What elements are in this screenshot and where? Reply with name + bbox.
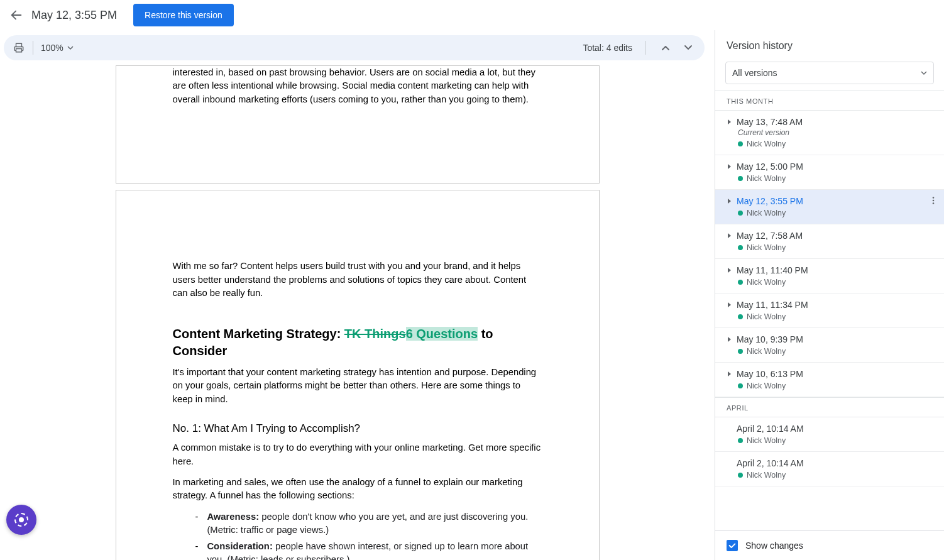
version-item[interactable]: April 2, 10:14 AMNick Wolny	[715, 452, 944, 486]
version-item[interactable]: May 13, 7:48 AMCurrent versionNick Wolny	[715, 111, 944, 155]
author-dot-icon	[738, 473, 743, 478]
current-version-label: Current version	[738, 128, 938, 137]
version-time: May 12, 5:00 PM	[737, 162, 803, 172]
document-area[interactable]: interested in, based on past browsing be…	[0, 65, 715, 560]
body-paragraph: interested in, based on past browsing be…	[173, 66, 542, 106]
filter-value: All versions	[732, 68, 777, 78]
version-time: April 2, 10:14 AM	[737, 424, 804, 434]
heading-no1: No. 1: What Am I Trying to Accomplish?	[173, 422, 542, 435]
total-edits-label: Total: 4 edits	[583, 43, 632, 53]
heading-strategy: Content Marketing Strategy: TK Things6 Q…	[173, 326, 542, 360]
expand-icon[interactable]	[727, 119, 733, 125]
show-changes-label: Show changes	[745, 541, 803, 551]
author-dot-icon	[738, 383, 743, 388]
expand-icon[interactable]	[727, 302, 733, 308]
version-author: Nick Wolny	[738, 436, 938, 445]
version-author: Nick Wolny	[738, 140, 938, 148]
sidebar-footer: Show changes	[715, 530, 944, 560]
version-time: May 10, 6:13 PM	[737, 369, 803, 379]
author-dot-icon	[738, 141, 743, 146]
version-section-label: APRIL	[715, 397, 944, 417]
version-time: May 11, 11:34 PM	[737, 300, 808, 310]
expand-icon[interactable]	[727, 198, 733, 204]
top-bar: May 12, 3:55 PM Restore this version	[0, 0, 944, 30]
author-dot-icon	[738, 349, 743, 354]
version-time: May 12, 7:58 AM	[737, 231, 803, 241]
show-changes-checkbox[interactable]	[727, 540, 738, 551]
back-arrow-icon[interactable]	[9, 8, 24, 23]
author-dot-icon	[738, 314, 743, 319]
author-dot-icon	[738, 280, 743, 285]
version-time: May 11, 11:40 PM	[737, 265, 808, 275]
version-time: April 2, 10:14 AM	[737, 458, 804, 468]
version-author: Nick Wolny	[738, 382, 938, 390]
loom-fab[interactable]	[6, 505, 36, 535]
version-author: Nick Wolny	[738, 471, 938, 480]
version-time: May 13, 7:48 AM	[737, 117, 803, 127]
version-item[interactable]: May 12, 5:00 PMNick Wolny	[715, 155, 944, 190]
svg-point-2	[933, 202, 935, 204]
version-author: Nick Wolny	[738, 347, 938, 356]
version-filter-dropdown[interactable]: All versions	[725, 62, 934, 84]
version-list[interactable]: THIS MONTHMay 13, 7:48 AMCurrent version…	[715, 91, 944, 530]
author-dot-icon	[738, 245, 743, 250]
version-time: May 10, 9:39 PM	[737, 334, 803, 344]
added-text: 6 Questions	[406, 327, 478, 341]
zoom-dropdown[interactable]: 100%	[41, 43, 74, 53]
funnel-bullet-list: -Awareness: people don't know who you ar…	[195, 510, 542, 560]
version-author: Nick Wolny	[738, 312, 938, 321]
version-item[interactable]: April 2, 10:14 AMNick Wolny	[715, 417, 944, 452]
version-author: Nick Wolny	[738, 209, 938, 217]
version-history-sidebar: Version history All versions THIS MONTHM…	[715, 30, 944, 560]
deleted-text: TK Things	[344, 327, 406, 341]
document-toolbar: 100% Total: 4 edits	[4, 35, 705, 60]
print-icon[interactable]	[13, 41, 25, 54]
version-item[interactable]: May 12, 3:55 PMNick Wolny	[715, 190, 944, 224]
toolbar-divider	[33, 41, 33, 55]
version-title: May 12, 3:55 PM	[31, 9, 117, 22]
zoom-value: 100%	[41, 43, 63, 53]
body-paragraph: In marketing and sales, we often use the…	[173, 476, 542, 503]
version-menu-icon[interactable]	[929, 196, 938, 207]
document-page: interested in, based on past browsing be…	[116, 65, 600, 184]
version-author: Nick Wolny	[738, 278, 938, 287]
restore-button[interactable]: Restore this version	[133, 4, 234, 26]
author-dot-icon	[738, 211, 743, 216]
expand-icon[interactable]	[727, 267, 733, 273]
version-item[interactable]: May 11, 11:34 PMNick Wolny	[715, 294, 944, 328]
version-item[interactable]: May 12, 7:58 AMNick Wolny	[715, 224, 944, 259]
version-item[interactable]: May 11, 11:40 PMNick Wolny	[715, 259, 944, 294]
version-author: Nick Wolny	[738, 174, 938, 183]
expand-icon[interactable]	[727, 371, 733, 377]
expand-icon[interactable]	[727, 233, 733, 239]
expand-icon[interactable]	[727, 336, 733, 343]
next-edit-icon[interactable]	[681, 40, 696, 55]
bullet-item: -Awareness: people don't know who you ar…	[195, 510, 542, 537]
body-paragraph: A common mistake is to try to do everyth…	[173, 441, 542, 468]
svg-point-0	[933, 197, 935, 199]
sidebar-title: Version history	[715, 30, 944, 59]
prev-edit-icon[interactable]	[658, 40, 673, 55]
expand-icon[interactable]	[727, 163, 733, 170]
author-dot-icon	[738, 176, 743, 181]
body-paragraph: With me so far? Content helps users buil…	[173, 260, 542, 300]
version-time: May 12, 3:55 PM	[737, 196, 803, 206]
svg-point-1	[933, 200, 935, 202]
author-dot-icon	[738, 438, 743, 443]
bullet-item: -Consideration: people have shown intere…	[195, 540, 542, 560]
body-paragraph: It's important that your content marketi…	[173, 366, 542, 406]
version-item[interactable]: May 10, 9:39 PMNick Wolny	[715, 328, 944, 363]
version-item[interactable]: May 10, 6:13 PMNick Wolny	[715, 363, 944, 397]
document-page: With me so far? Content helps users buil…	[116, 190, 600, 560]
version-author: Nick Wolny	[738, 243, 938, 252]
toolbar-divider	[645, 41, 645, 55]
version-section-label: THIS MONTH	[715, 91, 944, 111]
